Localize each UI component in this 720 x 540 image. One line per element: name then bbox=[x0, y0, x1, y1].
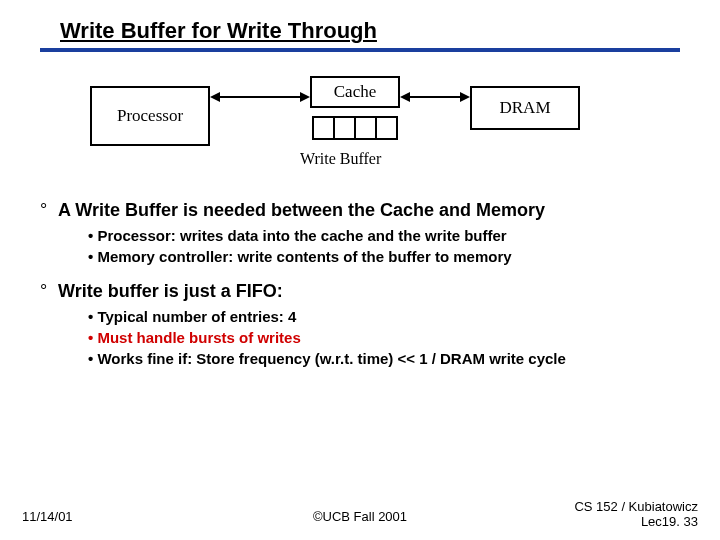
sub-item: Works fine if: Store frequency (w.r.t. t… bbox=[88, 350, 680, 367]
arrowhead-right-icon bbox=[460, 92, 470, 102]
degree-icon: ° bbox=[40, 281, 58, 302]
cache-box: Cache bbox=[310, 76, 400, 108]
processor-box: Processor bbox=[90, 86, 210, 146]
slide-title: Write Buffer for Write Through bbox=[60, 18, 377, 44]
write-buffer-cells bbox=[312, 116, 398, 140]
dram-box: DRAM bbox=[470, 86, 580, 130]
footer-right: CS 152 / Kubiatowicz Lec19. 33 bbox=[574, 499, 698, 530]
sub-item: Memory controller: write contents of the… bbox=[88, 248, 680, 265]
bullet-2: ° Write buffer is just a FIFO: bbox=[40, 281, 680, 302]
bullet-2-head: Write buffer is just a FIFO: bbox=[58, 281, 680, 302]
bullet-1-subs: Processor: writes data into the cache an… bbox=[88, 227, 680, 265]
arrowhead-right-icon bbox=[300, 92, 310, 102]
sub-item: Processor: writes data into the cache an… bbox=[88, 227, 680, 244]
footer-course: CS 152 / Kubiatowicz bbox=[574, 499, 698, 514]
bullet-1: ° A Write Buffer is needed between the C… bbox=[40, 200, 680, 221]
arrow-proc-cache bbox=[212, 96, 308, 98]
bullet-1-head: A Write Buffer is needed between the Cac… bbox=[58, 200, 680, 221]
footer-lecnum: Lec19. 33 bbox=[641, 514, 698, 529]
bullet-2-subs: Typical number of entries: 4 Must handle… bbox=[88, 308, 680, 367]
diagram: Processor Cache DRAM Write Buffer bbox=[90, 76, 610, 196]
arrowhead-left-icon bbox=[210, 92, 220, 102]
arrowhead-left-icon bbox=[400, 92, 410, 102]
title-rule bbox=[40, 48, 680, 52]
content-area: ° A Write Buffer is needed between the C… bbox=[40, 200, 680, 383]
write-buffer-label: Write Buffer bbox=[300, 150, 381, 168]
sub-item: Typical number of entries: 4 bbox=[88, 308, 680, 325]
degree-icon: ° bbox=[40, 200, 58, 221]
arrow-cache-dram bbox=[402, 96, 468, 98]
sub-item: Must handle bursts of writes bbox=[88, 329, 680, 346]
